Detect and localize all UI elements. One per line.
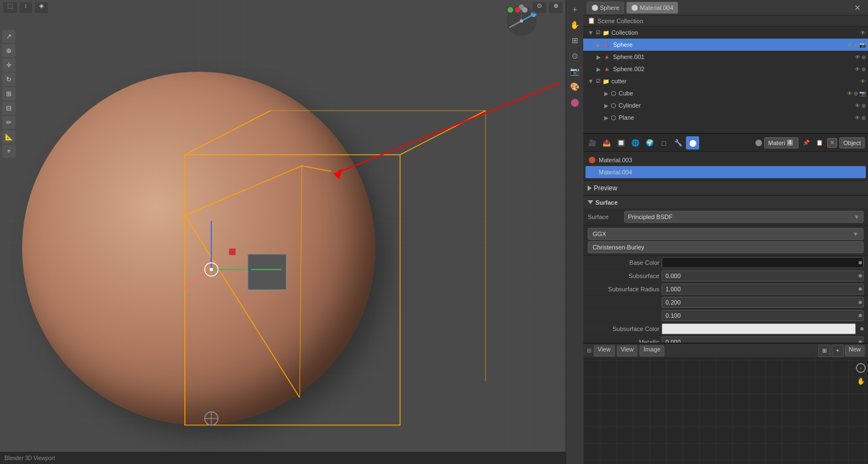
preview-section-header[interactable]: Preview <box>583 181 868 195</box>
outliner-item-cube[interactable]: ▶ ⬡ Cube 👁 ⊕ 📷 <box>583 87 868 99</box>
christensen-option[interactable]: Christensen-Burley <box>588 241 864 253</box>
object-tab-btn[interactable]: Object <box>839 137 865 148</box>
sphere001-expand-icon: ▶ <box>597 54 601 60</box>
material-name: Material.004 <box>640 4 673 11</box>
ggx-option[interactable]: GGX ▼ <box>588 228 864 240</box>
orbit-icon[interactable]: ⊙ <box>568 49 582 63</box>
select-tool[interactable]: ↗ <box>2 30 15 43</box>
surface-field-label: Surface <box>588 214 621 220</box>
mat004-name: Material.004 <box>599 169 632 175</box>
subsurface-radius-num2: 0.200 <box>665 299 681 306</box>
sphere-render-icon[interactable]: 📷 <box>859 42 866 48</box>
viewport-overlay-btn[interactable]: ⊙ <box>532 2 547 14</box>
3d-viewport[interactable]: ⬚ ↕ ◈ ⊙ ⊕ ↗ ⊕ ✛ ↻ ⊞ ⊟ ✏ 📐 + Blende <box>0 0 566 464</box>
annotation-tool[interactable]: ✏ <box>2 116 15 129</box>
node-editor-type-icon[interactable]: ⊞ <box>587 347 592 354</box>
subsurface-radius-value1[interactable]: 1.000 <box>662 284 864 295</box>
outliner-item-sphere002[interactable]: ▶ 🔺 Sphere.002 👁 ⊕ <box>583 63 868 75</box>
props-view-layer-icon[interactable]: 🔲 <box>614 136 627 150</box>
outliner-item-cylinder[interactable]: ▶ ⬡ Cylinder 👁 ⊕ <box>583 99 868 111</box>
cutter-eye-icon[interactable]: 👁 <box>860 78 866 84</box>
props-object-icon[interactable]: ◻ <box>657 136 670 150</box>
node-hand-icon[interactable]: ✋ <box>856 376 866 386</box>
material-copy-icon[interactable]: 📋 <box>814 137 825 148</box>
cube-render-icon[interactable]: 📷 <box>859 90 866 97</box>
object-tab-label: Object <box>843 140 861 146</box>
cylinder-cursor-icon[interactable]: ⊕ <box>861 103 866 109</box>
sphere-label-btn[interactable]: ⬤ Sphere <box>587 2 624 14</box>
plane-cursor-icon[interactable]: ⊕ <box>861 115 866 121</box>
material-label-btn[interactable]: ⬤ Material.004 <box>626 2 678 14</box>
node-image-btn[interactable]: Image <box>640 345 664 356</box>
base-color-value[interactable] <box>662 257 864 268</box>
hand-tool-icon[interactable]: ✋ <box>568 18 582 32</box>
node-new-btn[interactable]: New <box>845 345 865 356</box>
viewport-gizmo-btn[interactable]: ⊕ <box>549 2 563 14</box>
add-tool[interactable]: + <box>2 145 15 158</box>
plane-eye-icon[interactable]: 👁 <box>855 115 860 121</box>
sphere-icon: ⬤ <box>592 4 598 11</box>
node-zoom-icon[interactable]: ⊞ <box>818 345 830 357</box>
subsurface-radius-num3: 0.100 <box>665 312 681 319</box>
material-tab-btn[interactable]: Materi 4 <box>764 137 798 148</box>
outliner-item-sphere001[interactable]: ▶ 🔺 Sphere.001 👁 ⊕ <box>583 51 868 63</box>
viewport-mode-btn[interactable]: ↕ <box>19 2 33 14</box>
props-output-icon[interactable]: 📤 <box>600 136 613 150</box>
collection-visibility-checkbox[interactable]: ☑ <box>596 30 600 35</box>
cube-cursor-icon[interactable]: ⊕ <box>854 90 858 97</box>
viewport-shading-btn[interactable]: ◈ <box>34 2 49 14</box>
props-modifier-icon[interactable]: 🔧 <box>672 136 685 150</box>
outliner-item-plane[interactable]: ▶ ⬡ Plane 👁 ⊕ <box>583 111 868 124</box>
sphere002-eye-icon[interactable]: 👁 <box>855 66 860 72</box>
material-unlink-btn[interactable]: ✕ <box>827 138 837 148</box>
cylinder-eye-icon[interactable]: 👁 <box>855 103 860 109</box>
viewport-editor-type-btn[interactable]: ⬚ <box>2 2 18 14</box>
metallic-value[interactable]: 0.000 <box>662 337 864 343</box>
sphere001-cursor-icon[interactable]: ⊕ <box>861 54 866 60</box>
collection-eye-icon[interactable]: 👁 <box>860 30 866 36</box>
cutter-visibility-checkbox[interactable]: ☑ <box>596 78 600 84</box>
surface-shader-selector[interactable]: Principled BSDF ▼ <box>624 211 864 223</box>
subsurface-color-swatch[interactable] <box>662 323 856 334</box>
cursor-tool[interactable]: ⊕ <box>2 44 15 57</box>
surface-section-header[interactable]: Surface <box>583 195 868 209</box>
outliner-item-sphere[interactable]: ▶ 🔺 Sphere 👁 ⊕ 📷 <box>583 39 868 51</box>
sphere-eye-icon[interactable]: 👁 <box>847 42 853 48</box>
node-add-btn[interactable]: + <box>832 345 844 357</box>
transform-tool[interactable]: ⊟ <box>2 102 15 115</box>
props-material-icon[interactable]: ⬤ <box>686 136 699 150</box>
sphere002-cursor-icon[interactable]: ⊕ <box>861 66 866 72</box>
material-slot-004[interactable]: Material.004 <box>585 166 866 178</box>
rotate-tool[interactable]: ↻ <box>2 73 15 86</box>
measure-tool[interactable]: 📐 <box>2 130 15 143</box>
node-zoom-circle-btn[interactable]: + <box>856 363 866 373</box>
node-view-btn2[interactable]: View <box>617 345 638 356</box>
cube-eye-icon[interactable]: 👁 <box>847 90 853 97</box>
node-view-btn1[interactable]: View <box>594 345 615 356</box>
move-tool[interactable]: ✛ <box>2 58 15 72</box>
param-base-color: Base Color <box>583 256 868 269</box>
material-pin-icon[interactable]: 📌 <box>801 137 812 148</box>
zoom-in-icon[interactable]: + <box>568 2 582 17</box>
viewport-area: ⬚ ↕ ◈ ⊙ ⊕ ↗ ⊕ ✛ ↻ ⊞ ⊟ ✏ 📐 + Blende <box>0 0 566 464</box>
scale-tool[interactable]: ⊞ <box>2 87 15 100</box>
ggx-label: GGX <box>593 231 606 237</box>
subsurface-radius-value2[interactable]: 0.200 <box>662 297 864 308</box>
props-world-icon[interactable]: 🌍 <box>643 136 656 150</box>
sphere001-eye-icon[interactable]: 👁 <box>855 54 860 60</box>
material-slot-003[interactable]: Material.003 <box>585 154 866 166</box>
outliner-item-cutter[interactable]: ▼ ☑ 📁 cutter 👁 <box>583 75 868 87</box>
surface-dropdown-arrow: ▼ <box>854 214 860 220</box>
material-icon[interactable]: ⬤ <box>568 95 582 109</box>
camera-icon[interactable]: 📷 <box>568 64 582 78</box>
subsurface-radius-value3[interactable]: 0.100 <box>662 310 864 321</box>
props-render-icon[interactable]: 🎥 <box>585 136 599 150</box>
grid-icon[interactable]: ⊞ <box>568 33 582 47</box>
render-icon[interactable]: 🎨 <box>568 79 582 94</box>
subsurface-value[interactable]: 0.000 <box>662 270 864 281</box>
outliner-item-collection[interactable]: ▼ ☑ 📁 Collection 👁 <box>583 26 868 39</box>
sphere-cursor-icon[interactable]: ⊕ <box>854 42 858 48</box>
close-window-icon[interactable]: ✕ <box>850 1 865 15</box>
outliner-panel: 📋 Scene Collection ▼ ☑ 📁 Collection 👁 ▶ … <box>583 15 868 134</box>
props-scene-icon[interactable]: 🌐 <box>629 136 642 150</box>
